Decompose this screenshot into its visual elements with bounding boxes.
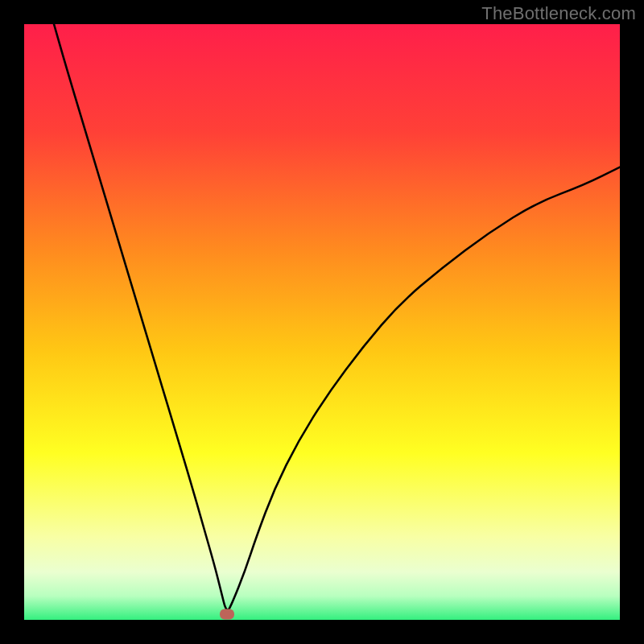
chart-frame: TheBottleneck.com [0,0,644,644]
optimal-point-marker [220,609,234,619]
bottleneck-curve [54,24,620,610]
curve-layer [24,24,620,620]
watermark-text: TheBottleneck.com [481,3,636,24]
plot-area [24,24,620,620]
